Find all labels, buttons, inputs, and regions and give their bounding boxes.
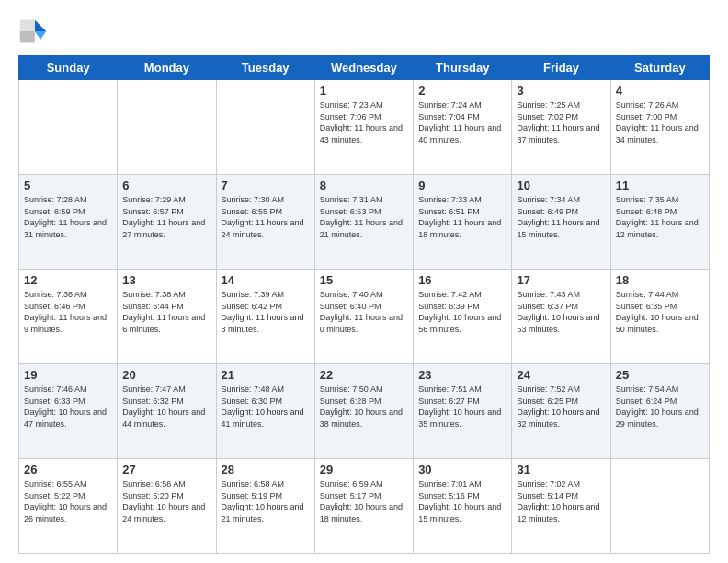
calendar-week-row: 1Sunrise: 7:23 AM Sunset: 7:06 PM Daylig… [19,80,710,175]
calendar-cell: 8Sunrise: 7:31 AM Sunset: 6:53 PM Daylig… [314,175,413,270]
calendar-cell: 20Sunrise: 7:47 AM Sunset: 6:32 PM Dayli… [118,364,216,459]
calendar-cell: 19Sunrise: 7:46 AM Sunset: 6:33 PM Dayli… [19,364,118,459]
calendar-cell: 28Sunrise: 6:58 AM Sunset: 5:19 PM Dayli… [216,459,314,554]
calendar-week-row: 19Sunrise: 7:46 AM Sunset: 6:33 PM Dayli… [19,364,710,459]
day-info: Sunrise: 7:42 AM Sunset: 6:39 PM Dayligh… [418,289,506,335]
calendar-cell: 5Sunrise: 7:28 AM Sunset: 6:59 PM Daylig… [19,175,118,270]
day-info: Sunrise: 7:36 AM Sunset: 6:46 PM Dayligh… [24,289,112,335]
day-info: Sunrise: 7:48 AM Sunset: 6:30 PM Dayligh… [222,384,310,430]
calendar-cell [118,80,216,175]
calendar-cell: 30Sunrise: 7:01 AM Sunset: 5:16 PM Dayli… [414,459,512,554]
day-info: Sunrise: 7:39 AM Sunset: 6:42 PM Dayligh… [222,289,310,335]
header [18,17,710,46]
day-number: 16 [418,273,506,287]
day-number: 5 [24,178,112,192]
day-info: Sunrise: 7:30 AM Sunset: 6:55 PM Dayligh… [222,194,310,240]
calendar-cell [19,80,118,175]
calendar-cell: 10Sunrise: 7:34 AM Sunset: 6:49 PM Dayli… [512,175,610,270]
calendar-cell: 22Sunrise: 7:50 AM Sunset: 6:28 PM Dayli… [314,364,413,459]
day-number: 19 [24,368,112,382]
calendar-cell [610,459,709,554]
day-info: Sunrise: 7:44 AM Sunset: 6:35 PM Dayligh… [616,289,704,335]
day-info: Sunrise: 6:56 AM Sunset: 5:20 PM Dayligh… [122,478,210,524]
day-info: Sunrise: 7:38 AM Sunset: 6:44 PM Dayligh… [122,289,210,335]
day-info: Sunrise: 7:01 AM Sunset: 5:16 PM Dayligh… [418,478,506,524]
day-info: Sunrise: 7:54 AM Sunset: 6:24 PM Dayligh… [616,384,704,430]
day-number: 24 [517,368,605,382]
calendar: SundayMondayTuesdayWednesdayThursdayFrid… [18,55,710,554]
day-number: 25 [616,368,704,382]
day-info: Sunrise: 7:25 AM Sunset: 7:02 PM Dayligh… [517,99,605,145]
calendar-cell: 21Sunrise: 7:48 AM Sunset: 6:30 PM Dayli… [216,364,314,459]
calendar-cell: 13Sunrise: 7:38 AM Sunset: 6:44 PM Dayli… [118,270,216,364]
calendar-cell: 3Sunrise: 7:25 AM Sunset: 7:02 PM Daylig… [512,80,610,175]
logo-icon [18,17,48,46]
day-number: 21 [222,368,310,382]
day-info: Sunrise: 7:35 AM Sunset: 6:48 PM Dayligh… [616,194,704,240]
day-info: Sunrise: 6:58 AM Sunset: 5:19 PM Dayligh… [222,478,310,524]
day-info: Sunrise: 7:23 AM Sunset: 7:06 PM Dayligh… [320,99,408,145]
day-number: 13 [122,273,210,287]
calendar-cell: 26Sunrise: 6:55 AM Sunset: 5:22 PM Dayli… [19,459,118,554]
day-of-week-header: Sunday [19,56,118,80]
day-number: 23 [418,368,506,382]
day-info: Sunrise: 7:51 AM Sunset: 6:27 PM Dayligh… [418,384,506,430]
day-info: Sunrise: 7:52 AM Sunset: 6:25 PM Dayligh… [517,384,605,430]
logo [18,17,51,46]
day-number: 20 [122,368,210,382]
day-number: 22 [320,368,408,382]
day-number: 2 [418,84,506,98]
day-info: Sunrise: 7:28 AM Sunset: 6:59 PM Dayligh… [24,194,112,240]
calendar-cell: 18Sunrise: 7:44 AM Sunset: 6:35 PM Dayli… [610,270,709,364]
day-number: 6 [122,178,210,192]
calendar-cell: 24Sunrise: 7:52 AM Sunset: 6:25 PM Dayli… [512,364,610,459]
day-number: 3 [517,84,605,98]
day-number: 9 [418,178,506,192]
calendar-cell: 15Sunrise: 7:40 AM Sunset: 6:40 PM Dayli… [314,270,413,364]
day-number: 30 [418,463,506,477]
day-info: Sunrise: 6:59 AM Sunset: 5:17 PM Dayligh… [320,478,408,524]
day-number: 26 [24,463,112,477]
day-info: Sunrise: 6:55 AM Sunset: 5:22 PM Dayligh… [24,478,112,524]
day-number: 12 [24,273,112,287]
day-info: Sunrise: 7:47 AM Sunset: 6:32 PM Dayligh… [122,384,210,430]
day-number: 28 [222,463,310,477]
day-number: 27 [122,463,210,477]
day-info: Sunrise: 7:34 AM Sunset: 6:49 PM Dayligh… [517,194,605,240]
day-info: Sunrise: 7:31 AM Sunset: 6:53 PM Dayligh… [320,194,408,240]
calendar-cell: 29Sunrise: 6:59 AM Sunset: 5:17 PM Dayli… [314,459,413,554]
day-number: 4 [616,84,704,98]
calendar-cell: 1Sunrise: 7:23 AM Sunset: 7:06 PM Daylig… [314,80,413,175]
day-info: Sunrise: 7:02 AM Sunset: 5:14 PM Dayligh… [517,478,605,524]
day-info: Sunrise: 7:26 AM Sunset: 7:00 PM Dayligh… [616,99,704,145]
calendar-cell: 2Sunrise: 7:24 AM Sunset: 7:04 PM Daylig… [414,80,512,175]
svg-rect-3 [20,31,35,42]
calendar-header-row: SundayMondayTuesdayWednesdayThursdayFrid… [19,56,710,80]
calendar-cell: 14Sunrise: 7:39 AM Sunset: 6:42 PM Dayli… [216,270,314,364]
calendar-cell: 4Sunrise: 7:26 AM Sunset: 7:00 PM Daylig… [610,80,709,175]
day-number: 18 [616,273,704,287]
day-number: 11 [616,178,704,192]
svg-marker-0 [35,20,46,31]
day-number: 17 [517,273,605,287]
day-of-week-header: Wednesday [314,56,413,80]
day-number: 1 [320,84,408,98]
calendar-cell: 27Sunrise: 6:56 AM Sunset: 5:20 PM Dayli… [118,459,216,554]
svg-marker-1 [35,31,46,40]
day-of-week-header: Monday [118,56,216,80]
calendar-cell: 23Sunrise: 7:51 AM Sunset: 6:27 PM Dayli… [414,364,512,459]
day-info: Sunrise: 7:46 AM Sunset: 6:33 PM Dayligh… [24,384,112,430]
calendar-cell: 17Sunrise: 7:43 AM Sunset: 6:37 PM Dayli… [512,270,610,364]
calendar-cell: 7Sunrise: 7:30 AM Sunset: 6:55 PM Daylig… [216,175,314,270]
day-info: Sunrise: 7:40 AM Sunset: 6:40 PM Dayligh… [320,289,408,335]
day-of-week-header: Tuesday [216,56,314,80]
calendar-week-row: 12Sunrise: 7:36 AM Sunset: 6:46 PM Dayli… [19,270,710,364]
calendar-cell: 25Sunrise: 7:54 AM Sunset: 6:24 PM Dayli… [610,364,709,459]
calendar-week-row: 26Sunrise: 6:55 AM Sunset: 5:22 PM Dayli… [19,459,710,554]
day-number: 29 [320,463,408,477]
day-of-week-header: Thursday [414,56,512,80]
calendar-cell: 11Sunrise: 7:35 AM Sunset: 6:48 PM Dayli… [610,175,709,270]
page: SundayMondayTuesdayWednesdayThursdayFrid… [0,0,728,563]
day-number: 15 [320,273,408,287]
day-of-week-header: Friday [512,56,610,80]
